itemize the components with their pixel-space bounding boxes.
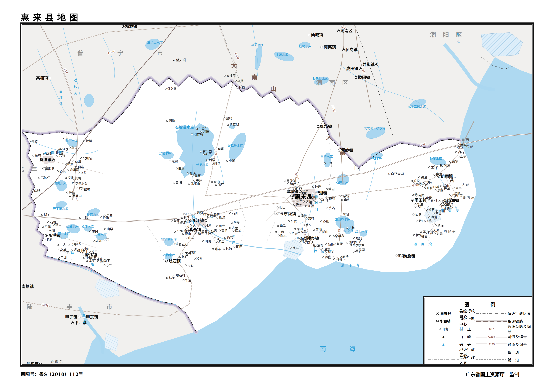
water-label: 石井水库 <box>336 181 348 184</box>
village-marker-icon <box>181 221 183 223</box>
water-label: 土完水库 <box>94 233 107 236</box>
legend-label: 村 庄 <box>459 326 471 332</box>
village-label: 后洋 <box>206 159 215 162</box>
label-text: 石洲 <box>232 212 238 215</box>
legend-row: 县 道 <box>476 348 532 356</box>
label-text: 芦园 <box>325 256 331 259</box>
village-label: 虎堀 <box>93 239 102 242</box>
label-text: 蜈蚣岭水库 <box>228 144 243 147</box>
label-text: 石盘 <box>318 244 324 247</box>
village-marker-icon <box>425 232 427 234</box>
village-marker-icon <box>183 279 184 281</box>
village-label: 仙埔 <box>413 213 421 216</box>
road-code: S235 <box>487 343 496 346</box>
village-marker-icon <box>289 233 291 234</box>
village-label: 鹅豆 <box>215 183 224 186</box>
village-label: 林美 <box>166 276 175 280</box>
label-text: 东陇镇 <box>284 212 296 216</box>
water-label: 秋风岭水库 <box>313 77 328 80</box>
label-text: 大 <box>326 134 332 140</box>
town-marker-icon <box>337 30 340 32</box>
village-marker-icon <box>224 237 226 239</box>
label-text: 圆山 <box>85 247 92 250</box>
label-text: 四凤 <box>280 234 287 237</box>
village-marker-icon <box>233 230 234 232</box>
village-label: 月潭 <box>203 224 211 227</box>
village-marker-icon <box>423 182 425 184</box>
legend-label: 高速铁路 <box>507 318 523 324</box>
town-label: 胪岗镇 <box>342 48 358 52</box>
legend-row: ▲山 峰 <box>428 333 476 340</box>
village-label: 北山 <box>277 206 286 209</box>
sea-label: 南海 <box>320 346 379 352</box>
village-marker-icon <box>215 148 217 149</box>
legend-symbol: 惠来县 <box>428 311 459 316</box>
label-text: 盐岭 <box>226 117 232 120</box>
town-label: 成田镇 <box>346 67 362 71</box>
label-text: 长埔 <box>35 154 41 157</box>
village-label: 北山埔 <box>80 157 92 160</box>
village-marker-icon <box>435 189 437 191</box>
label-text: 四凤 <box>235 229 241 232</box>
label-text: 塔兜 <box>356 237 362 240</box>
legend-label: 镇级行政中心 <box>459 316 476 327</box>
label-text: 甲东镇 <box>86 315 98 319</box>
town-marker-icon <box>375 63 378 66</box>
label-text: 东陇 <box>291 220 297 223</box>
town-label: 两英镇 <box>320 45 336 49</box>
waterv-label: 练江 <box>456 33 460 46</box>
village-marker-icon <box>88 256 90 258</box>
village-marker-icon <box>212 248 214 250</box>
village-label: 青陂 <box>29 140 38 143</box>
town-marker-icon <box>165 260 168 262</box>
village-marker-icon <box>75 166 77 168</box>
village-label: 华吴 <box>277 224 286 228</box>
village-marker-icon <box>231 222 233 224</box>
label-text: 双湖 <box>190 251 196 254</box>
legend-row: 华湖镇镇级行政中心 <box>428 317 476 325</box>
label-text: 红卫水库 <box>355 230 368 233</box>
label-text: 大屿 <box>462 183 471 186</box>
village-marker-icon <box>416 195 417 196</box>
village-label: 先春 <box>326 207 335 210</box>
village-marker-icon <box>440 185 442 187</box>
village-marker-icon <box>341 195 342 197</box>
legend-columns: 惠来县县级行政中心华湖镇镇级行政中心山陇村 庄▲山 峰⚓码 头地级行政区界县级行… <box>428 310 532 364</box>
label-text: 新李 <box>104 259 110 262</box>
village-label: 华园 <box>423 181 432 184</box>
legend-label: 省道及编号 <box>507 342 527 347</box>
village-label: 茶埔 <box>326 197 335 200</box>
label-text: 惠城镇 <box>286 190 298 194</box>
village-marker-icon <box>439 200 440 202</box>
village-marker-icon <box>41 214 43 216</box>
village-marker-icon <box>418 176 420 178</box>
peak-label: ▲望天顶 <box>173 58 186 62</box>
label-text: 宫陂水库 <box>159 152 171 155</box>
village-marker-icon <box>292 187 294 189</box>
village-marker-icon <box>203 224 205 226</box>
village-marker-icon <box>287 182 289 184</box>
label-text: 陇田镇 <box>358 75 370 79</box>
village-label: 铭东 <box>356 244 364 247</box>
village-marker-icon <box>443 176 444 178</box>
village-label: 芦园 <box>322 256 331 259</box>
village-marker-icon <box>453 186 455 188</box>
legend-symbol <box>428 352 459 352</box>
label-text: 甲子镇 <box>65 315 77 319</box>
label-text: 山头 <box>188 236 195 239</box>
village-marker-icon <box>38 177 40 179</box>
village-marker-icon <box>194 212 196 213</box>
village-label: 前吴 <box>433 212 442 215</box>
label-text: 华吴 <box>280 224 286 228</box>
village-label: 吉清 <box>219 229 228 232</box>
village-marker-icon <box>413 182 415 184</box>
village-label: 杭美 <box>423 219 432 222</box>
label-text: 山 <box>270 86 276 92</box>
label-text: 孔美 <box>211 229 217 232</box>
anchorpt-label: ⚓ <box>454 206 458 209</box>
legend-symbol <box>428 360 459 360</box>
village-marker-icon <box>305 205 307 207</box>
label-text: 高埔溪 <box>59 90 62 108</box>
town-label: 雷岭镇 <box>338 148 353 152</box>
label-text: 石峻 <box>336 242 343 245</box>
